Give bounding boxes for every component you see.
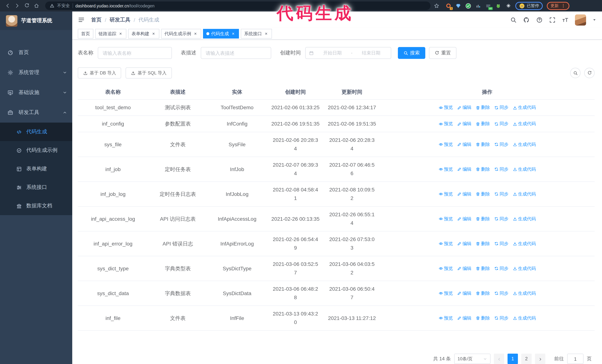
extension-gem-icon[interactable] [455,3,461,9]
action-2[interactable]: 删除 [475,140,490,149]
next-page-button[interactable] [535,354,545,364]
action-1[interactable]: 编辑 [457,103,472,112]
action-4[interactable]: 生成代码 [513,103,536,112]
browser-menu-icon[interactable] [561,3,566,8]
action-1[interactable]: 编辑 [457,165,472,174]
action-0[interactable]: 预览 [439,165,453,174]
import-db-button[interactable]: 基于 DB 导入 [78,67,121,79]
breadcrumb-item[interactable]: 研发工具 [110,16,130,23]
action-3[interactable]: 同步 [494,103,508,112]
action-0[interactable]: 预览 [439,103,453,112]
date-range-picker[interactable]: 开始日期 - 结束日期 [305,47,391,59]
user-avatar[interactable] [575,14,586,25]
action-2[interactable]: 删除 [475,190,490,198]
action-4[interactable]: 生成代码 [513,289,536,298]
browser-profile-button[interactable]: 已暂停 [515,2,543,10]
close-icon[interactable]: × [231,31,236,36]
browser-home-icon[interactable] [32,2,40,10]
action-1[interactable]: 编辑 [457,140,472,149]
refresh-table-button[interactable] [584,68,595,78]
action-3[interactable]: 同步 [494,120,508,128]
action-2[interactable]: 删除 [475,289,490,298]
close-icon[interactable]: × [151,31,156,36]
fullscreen-icon[interactable] [549,16,556,23]
action-3[interactable]: 同步 [494,190,508,198]
page-button-1[interactable]: 1 [507,354,518,364]
action-1[interactable]: 编辑 [457,190,472,198]
user-menu-caret-icon[interactable] [592,18,596,22]
address-bar[interactable]: 不安全 dashboard.yudao.iocoder.cn/tool/code… [45,1,430,10]
browser-reload-icon[interactable] [23,2,30,10]
sidebar-item-0[interactable]: 首页 [0,42,72,62]
search-button[interactable]: 搜索 [398,47,425,59]
extension-switch-icon[interactable]: on [485,3,491,9]
reset-button[interactable]: 重置 [429,47,456,59]
show-search-button[interactable] [570,68,580,78]
tab-2[interactable]: 表单构建× [128,29,159,39]
action-3[interactable]: 同步 [494,165,508,174]
action-0[interactable]: 预览 [439,140,453,149]
action-1[interactable]: 编辑 [457,314,472,322]
close-icon[interactable]: × [193,31,198,36]
extension-stats-icon[interactable] [475,3,481,9]
sidebar-subitem-4[interactable]: 数据库文档 [0,197,72,215]
tab-0[interactable]: 首页 [78,29,93,39]
sidebar-subitem-0[interactable]: 代码生成 [0,123,72,141]
sidebar-item-2[interactable]: 基础设施 [0,83,72,103]
bookmark-star-icon[interactable] [433,2,440,10]
action-2[interactable]: 删除 [475,165,490,174]
action-3[interactable]: 同步 [494,215,508,223]
table-name-input[interactable] [98,47,172,59]
action-4[interactable]: 生成代码 [513,140,536,149]
tab-1[interactable]: 链路追踪× [95,29,126,39]
action-4[interactable]: 生成代码 [513,215,536,223]
action-2[interactable]: 删除 [475,215,490,223]
action-0[interactable]: 预览 [439,289,453,298]
date-start-placeholder[interactable]: 开始日期 [316,50,349,56]
action-4[interactable]: 生成代码 [513,190,536,198]
extension-ring-icon[interactable]: 1 [445,3,451,9]
action-1[interactable]: 编辑 [457,264,472,273]
action-0[interactable]: 预览 [439,190,453,198]
action-2[interactable]: 删除 [475,239,490,248]
extension-frog-icon[interactable] [495,3,501,9]
sidebar-subitem-1[interactable]: 代码生成示例 [0,141,72,160]
action-1[interactable]: 编辑 [457,215,472,223]
hamburger-icon[interactable] [78,16,85,23]
close-icon[interactable]: × [264,31,269,36]
action-1[interactable]: 编辑 [457,289,472,298]
search-icon[interactable] [510,16,517,23]
action-4[interactable]: 生成代码 [513,165,536,174]
action-1[interactable]: 编辑 [457,120,472,128]
app-logo[interactable]: 芋道管理系统 [0,11,72,30]
action-3[interactable]: 同步 [494,239,508,248]
breadcrumb-item[interactable]: 首页 [91,16,101,23]
sidebar-item-1[interactable]: 系统管理 [0,62,72,83]
action-3[interactable]: 同步 [494,289,508,298]
action-0[interactable]: 预览 [439,215,453,223]
action-0[interactable]: 预览 [439,120,453,128]
goto-page-input[interactable] [567,354,583,364]
action-2[interactable]: 删除 [475,120,490,128]
prev-page-button[interactable] [494,354,504,364]
action-2[interactable]: 删除 [475,314,490,322]
tab-4[interactable]: 代码生成× [203,29,239,39]
page-size-select[interactable]: 10条/页 [454,354,491,364]
action-2[interactable]: 删除 [475,103,490,112]
action-1[interactable]: 编辑 [457,239,472,248]
font-size-icon[interactable] [562,16,569,23]
tab-5[interactable]: 系统接口× [241,29,272,39]
page-button-2[interactable]: 2 [521,354,532,364]
sidebar-subitem-3[interactable]: 系统接口 [0,178,72,197]
action-4[interactable]: 生成代码 [513,314,536,322]
github-icon[interactable] [523,16,530,23]
import-sql-button[interactable]: 基于 SQL 导入 [126,67,172,79]
sidebar-subitem-2[interactable]: 表单构建 [0,160,72,178]
close-icon[interactable]: × [118,31,123,36]
action-4[interactable]: 生成代码 [513,264,536,273]
action-0[interactable]: 预览 [439,264,453,273]
security-warning-icon[interactable] [50,3,54,8]
date-end-placeholder[interactable]: 结束日期 [355,50,387,56]
action-3[interactable]: 同步 [494,314,508,322]
action-2[interactable]: 删除 [475,264,490,273]
